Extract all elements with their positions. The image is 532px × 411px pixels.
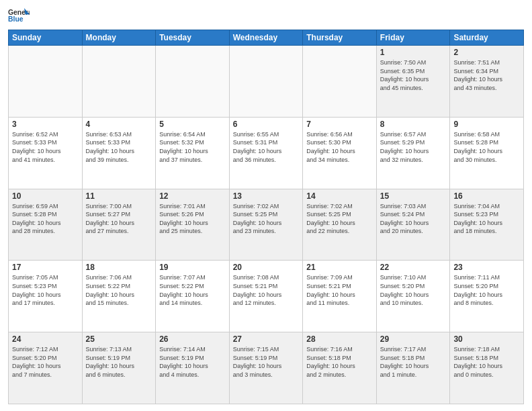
day-info: Sunrise: 7:01 AM Sunset: 5:26 PM Dayligh… [159, 202, 226, 236]
day-info: Sunrise: 7:07 AM Sunset: 5:22 PM Dayligh… [159, 273, 226, 307]
weekday-header: Saturday [450, 30, 524, 46]
day-number: 24 [12, 334, 79, 344]
weekday-header: Friday [376, 30, 450, 46]
day-number: 14 [306, 191, 373, 201]
logo: General Blue [8, 7, 30, 26]
day-info: Sunrise: 7:16 AM Sunset: 5:18 PM Dayligh… [306, 345, 373, 379]
calendar-cell [82, 46, 156, 118]
day-info: Sunrise: 7:14 AM Sunset: 5:19 PM Dayligh… [159, 345, 226, 379]
day-number: 15 [380, 191, 447, 201]
page: General Blue SundayMondayTuesdayWednesda… [0, 0, 532, 411]
day-info: Sunrise: 7:15 AM Sunset: 5:19 PM Dayligh… [233, 345, 300, 379]
calendar-cell: 5Sunrise: 6:54 AM Sunset: 5:32 PM Daylig… [156, 117, 230, 189]
day-info: Sunrise: 7:12 AM Sunset: 5:20 PM Dayligh… [12, 345, 79, 379]
calendar-cell [9, 46, 83, 118]
calendar-cell: 3Sunrise: 6:52 AM Sunset: 5:33 PM Daylig… [9, 117, 83, 189]
calendar-week: 24Sunrise: 7:12 AM Sunset: 5:20 PM Dayli… [9, 332, 524, 404]
day-info: Sunrise: 6:54 AM Sunset: 5:32 PM Dayligh… [159, 130, 226, 164]
weekday-header: Wednesday [229, 30, 303, 46]
day-number: 16 [453, 191, 520, 201]
day-number: 10 [12, 191, 79, 201]
day-info: Sunrise: 7:04 AM Sunset: 5:23 PM Dayligh… [453, 202, 520, 236]
calendar-cell: 13Sunrise: 7:02 AM Sunset: 5:25 PM Dayli… [229, 189, 303, 261]
weekday-header: Tuesday [156, 30, 230, 46]
calendar-cell: 18Sunrise: 7:06 AM Sunset: 5:22 PM Dayli… [82, 261, 156, 332]
calendar-cell: 15Sunrise: 7:03 AM Sunset: 5:24 PM Dayli… [376, 189, 450, 261]
calendar-week: 1Sunrise: 7:50 AM Sunset: 6:35 PM Daylig… [9, 46, 524, 118]
calendar-cell: 26Sunrise: 7:14 AM Sunset: 5:19 PM Dayli… [156, 332, 230, 404]
calendar-cell: 20Sunrise: 7:08 AM Sunset: 5:21 PM Dayli… [229, 261, 303, 332]
day-number: 19 [159, 263, 226, 272]
day-info: Sunrise: 7:09 AM Sunset: 5:21 PM Dayligh… [306, 273, 373, 307]
calendar-cell: 21Sunrise: 7:09 AM Sunset: 5:21 PM Dayli… [303, 261, 377, 332]
calendar-cell: 16Sunrise: 7:04 AM Sunset: 5:23 PM Dayli… [450, 189, 524, 261]
calendar-cell: 6Sunrise: 6:55 AM Sunset: 5:31 PM Daylig… [229, 117, 303, 189]
weekday-header: Thursday [303, 30, 377, 46]
svg-text:Blue: Blue [8, 15, 24, 23]
day-number: 27 [233, 334, 300, 344]
weekday-header: Monday [82, 30, 156, 46]
day-number: 28 [306, 334, 373, 344]
calendar-cell [303, 46, 377, 118]
day-number: 4 [86, 120, 152, 129]
calendar-cell: 25Sunrise: 7:13 AM Sunset: 5:19 PM Dayli… [82, 332, 156, 404]
day-number: 9 [453, 120, 520, 129]
calendar-cell: 29Sunrise: 7:17 AM Sunset: 5:18 PM Dayli… [376, 332, 450, 404]
header-row: SundayMondayTuesdayWednesdayThursdayFrid… [9, 30, 524, 46]
calendar-cell: 27Sunrise: 7:15 AM Sunset: 5:19 PM Dayli… [229, 332, 303, 404]
logo-icon: General Blue [8, 7, 30, 26]
calendar-week: 17Sunrise: 7:05 AM Sunset: 5:23 PM Dayli… [9, 261, 524, 332]
weekday-header: Sunday [9, 30, 83, 46]
day-info: Sunrise: 6:55 AM Sunset: 5:31 PM Dayligh… [233, 130, 300, 164]
day-info: Sunrise: 6:57 AM Sunset: 5:29 PM Dayligh… [380, 130, 447, 164]
day-info: Sunrise: 7:05 AM Sunset: 5:23 PM Dayligh… [12, 273, 79, 307]
day-info: Sunrise: 6:56 AM Sunset: 5:30 PM Dayligh… [306, 130, 373, 164]
day-number: 20 [233, 263, 300, 272]
day-number: 29 [380, 334, 447, 344]
calendar-cell: 22Sunrise: 7:10 AM Sunset: 5:20 PM Dayli… [376, 261, 450, 332]
day-info: Sunrise: 6:52 AM Sunset: 5:33 PM Dayligh… [12, 130, 79, 164]
day-info: Sunrise: 7:00 AM Sunset: 5:27 PM Dayligh… [86, 202, 152, 236]
day-number: 12 [159, 191, 226, 201]
calendar-week: 10Sunrise: 6:59 AM Sunset: 5:28 PM Dayli… [9, 189, 524, 261]
day-info: Sunrise: 6:59 AM Sunset: 5:28 PM Dayligh… [12, 202, 79, 236]
day-info: Sunrise: 7:18 AM Sunset: 5:18 PM Dayligh… [453, 345, 520, 379]
calendar-cell: 12Sunrise: 7:01 AM Sunset: 5:26 PM Dayli… [156, 189, 230, 261]
day-number: 7 [306, 120, 373, 129]
calendar-cell: 14Sunrise: 7:02 AM Sunset: 5:25 PM Dayli… [303, 189, 377, 261]
day-number: 3 [12, 120, 79, 129]
day-number: 23 [453, 263, 520, 272]
day-info: Sunrise: 7:03 AM Sunset: 5:24 PM Dayligh… [380, 202, 447, 236]
day-info: Sunrise: 7:06 AM Sunset: 5:22 PM Dayligh… [86, 273, 152, 307]
day-number: 26 [159, 334, 226, 344]
calendar-cell: 23Sunrise: 7:11 AM Sunset: 5:20 PM Dayli… [450, 261, 524, 332]
day-number: 22 [380, 263, 447, 272]
calendar-cell: 9Sunrise: 6:58 AM Sunset: 5:28 PM Daylig… [450, 117, 524, 189]
day-info: Sunrise: 7:51 AM Sunset: 6:34 PM Dayligh… [453, 58, 520, 92]
calendar-cell: 1Sunrise: 7:50 AM Sunset: 6:35 PM Daylig… [376, 46, 450, 118]
day-number: 1 [380, 48, 447, 57]
day-info: Sunrise: 6:53 AM Sunset: 5:33 PM Dayligh… [86, 130, 152, 164]
calendar-cell: 2Sunrise: 7:51 AM Sunset: 6:34 PM Daylig… [450, 46, 524, 118]
day-number: 25 [86, 334, 152, 344]
day-info: Sunrise: 7:02 AM Sunset: 5:25 PM Dayligh… [306, 202, 373, 236]
calendar-cell [229, 46, 303, 118]
day-info: Sunrise: 6:58 AM Sunset: 5:28 PM Dayligh… [453, 130, 520, 164]
day-info: Sunrise: 7:02 AM Sunset: 5:25 PM Dayligh… [233, 202, 300, 236]
calendar-cell: 17Sunrise: 7:05 AM Sunset: 5:23 PM Dayli… [9, 261, 83, 332]
calendar-cell: 24Sunrise: 7:12 AM Sunset: 5:20 PM Dayli… [9, 332, 83, 404]
day-number: 8 [380, 120, 447, 129]
calendar-table: SundayMondayTuesdayWednesdayThursdayFrid… [8, 30, 524, 404]
day-info: Sunrise: 7:10 AM Sunset: 5:20 PM Dayligh… [380, 273, 447, 307]
day-number: 13 [233, 191, 300, 201]
calendar-cell: 7Sunrise: 6:56 AM Sunset: 5:30 PM Daylig… [303, 117, 377, 189]
calendar-cell: 30Sunrise: 7:18 AM Sunset: 5:18 PM Dayli… [450, 332, 524, 404]
day-info: Sunrise: 7:13 AM Sunset: 5:19 PM Dayligh… [86, 345, 152, 379]
day-info: Sunrise: 7:11 AM Sunset: 5:20 PM Dayligh… [453, 273, 520, 307]
calendar-cell: 4Sunrise: 6:53 AM Sunset: 5:33 PM Daylig… [82, 117, 156, 189]
calendar-cell: 10Sunrise: 6:59 AM Sunset: 5:28 PM Dayli… [9, 189, 83, 261]
calendar-cell [156, 46, 230, 118]
calendar-cell: 8Sunrise: 6:57 AM Sunset: 5:29 PM Daylig… [376, 117, 450, 189]
day-number: 11 [86, 191, 152, 201]
day-number: 6 [233, 120, 300, 129]
